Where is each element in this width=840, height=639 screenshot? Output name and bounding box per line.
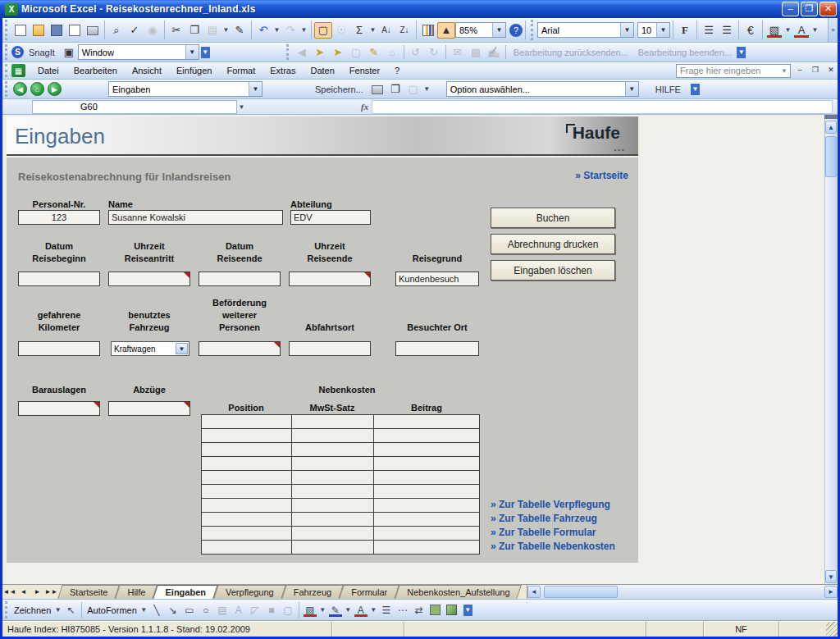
- rectangle-icon[interactable]: ▭: [181, 603, 198, 618]
- undo-dropdown-icon[interactable]: ▼: [272, 22, 281, 39]
- clipart-icon[interactable]: ■: [263, 603, 280, 618]
- nebenkosten-cell[interactable]: [374, 541, 479, 554]
- nebenkosten-cell[interactable]: [202, 527, 292, 540]
- uhrzeit-reiseende-input[interactable]: [289, 272, 371, 286]
- snagit-options-icon[interactable]: ▼: [201, 47, 210, 58]
- reisegrund-input[interactable]: Kundenbesuch: [395, 272, 479, 286]
- nebenkosten-cell[interactable]: [292, 541, 374, 554]
- nebenkosten-cell[interactable]: [374, 443, 479, 456]
- hscroll-left-icon[interactable]: ◄: [527, 586, 541, 598]
- sheet-tab-verpflegung[interactable]: Verpflegung: [216, 585, 284, 599]
- font-color-icon[interactable]: A: [792, 22, 810, 39]
- cut-icon[interactable]: ✂: [167, 22, 185, 39]
- sheet-tab-hilfe[interactable]: Hilfe: [117, 585, 155, 599]
- toolbar-options-icon[interactable]: »: [828, 18, 838, 42]
- euro-style-icon[interactable]: €: [742, 22, 760, 39]
- drawing-toggle-icon[interactable]: ▲: [437, 22, 455, 39]
- nebenkosten-cell[interactable]: [202, 457, 292, 470]
- web-home-icon[interactable]: ⌂: [383, 44, 401, 61]
- copy-icon[interactable]: ❐: [185, 22, 203, 39]
- nav-back-icon[interactable]: ◀: [13, 82, 27, 96]
- menu-datei[interactable]: Datei: [30, 64, 66, 77]
- nebenkosten-cell[interactable]: [292, 527, 374, 540]
- diagram-icon[interactable]: ◸: [247, 603, 263, 618]
- befoerderung-input[interactable]: [199, 341, 281, 356]
- scroll-split-handle[interactable]: [824, 115, 838, 119]
- undo-icon[interactable]: ↶: [254, 22, 272, 39]
- web-mail-icon[interactable]: ✉: [449, 44, 467, 61]
- font-size-dropdown-icon[interactable]: ▼: [656, 23, 669, 37]
- nebenkosten-cell[interactable]: [374, 513, 479, 526]
- maximize-button[interactable]: ❐: [801, 2, 818, 16]
- font-size-combo[interactable]: 10 ▼: [637, 22, 670, 38]
- select-objects-icon[interactable]: ↖: [62, 603, 79, 618]
- menu-einfgen[interactable]: Einfügen: [169, 64, 219, 77]
- question-dropdown-icon[interactable]: ▼: [778, 65, 790, 77]
- zoom-dropdown-icon[interactable]: ▼: [492, 23, 505, 37]
- nebenkosten-cell[interactable]: [374, 527, 479, 540]
- uhrzeit-reiseantritt-input[interactable]: [108, 272, 190, 286]
- new-icon[interactable]: [11, 22, 30, 39]
- hyperlink-icon[interactable]: ☉: [332, 22, 350, 39]
- nebenkosten-cell[interactable]: [202, 541, 292, 554]
- zoom-combo[interactable]: 85% ▼: [455, 22, 506, 38]
- nebenkosten-cell[interactable]: [374, 485, 479, 498]
- menu-fenster[interactable]: Fenster: [342, 64, 387, 77]
- minimize-button[interactable]: –: [782, 2, 799, 16]
- zeichnen-button[interactable]: Zeichnen: [11, 605, 53, 615]
- sheet-tab-fahrzeug[interactable]: Fahrzeug: [284, 585, 341, 599]
- horizontal-scroll-thumb[interactable]: [544, 586, 618, 598]
- arrow-style-icon[interactable]: ⇄: [411, 603, 427, 618]
- print-preview-icon[interactable]: ⌕: [107, 22, 126, 39]
- name-box[interactable]: G60: [32, 100, 237, 114]
- option-selector-combo[interactable]: Option auswählen... ▼: [446, 81, 639, 97]
- nebenkosten-cell[interactable]: [374, 457, 479, 470]
- abrechnung-drucken-button[interactable]: Abrechnung drucken: [491, 234, 615, 254]
- arrow-icon[interactable]: ↘: [165, 603, 181, 618]
- nebenkosten-cell[interactable]: [292, 471, 374, 484]
- tab-prev-icon[interactable]: ◄: [16, 585, 30, 599]
- nebenkosten-cell[interactable]: [374, 429, 479, 442]
- align-center-icon[interactable]: ☰: [718, 22, 736, 39]
- shadow-style-icon[interactable]: [427, 603, 444, 618]
- workbook-close-icon[interactable]: ✕: [824, 65, 838, 76]
- tab-last-icon[interactable]: ►►: [44, 585, 58, 599]
- permission-icon[interactable]: [66, 22, 84, 39]
- fahrzeug-select[interactable]: Kraftwagen ▼: [111, 341, 189, 356]
- menu-?[interactable]: ?: [387, 64, 407, 77]
- formula-input[interactable]: [372, 100, 833, 114]
- nebenkosten-cell[interactable]: [292, 457, 374, 470]
- toolbar-extra-dropdown-icon[interactable]: ▼: [422, 81, 431, 98]
- scroll-up-icon[interactable]: ▲: [825, 121, 837, 134]
- nebenkosten-cell[interactable]: [292, 443, 374, 456]
- font-dropdown-icon[interactable]: ▼: [620, 23, 633, 37]
- menu-daten[interactable]: Daten: [303, 64, 341, 77]
- font-color2-icon[interactable]: A: [353, 603, 369, 618]
- paste-dropdown-icon[interactable]: ▼: [221, 22, 231, 39]
- help-icon[interactable]: ?: [509, 24, 523, 37]
- datum-reiseende-input[interactable]: [199, 272, 281, 286]
- chart-wizard-icon[interactable]: [419, 22, 437, 39]
- sort-descending-icon[interactable]: Z↓: [395, 22, 413, 39]
- option-selector-dropdown-icon[interactable]: ▼: [625, 82, 638, 96]
- tab-next-icon[interactable]: ►: [30, 585, 44, 599]
- web-refresh-icon[interactable]: ✎: [365, 44, 383, 61]
- resize-grip[interactable]: [826, 622, 838, 637]
- save-icon[interactable]: [48, 22, 66, 39]
- spelling-icon[interactable]: ✓: [126, 22, 144, 39]
- send-back-review-button[interactable]: Bearbeitung zurücksenden...: [509, 48, 633, 57]
- nebenkosten-cell[interactable]: [292, 429, 374, 442]
- menu-bearbeiten[interactable]: Bearbeiten: [66, 64, 125, 77]
- web-edit-icon[interactable]: ✍: [485, 44, 503, 61]
- nebenkosten-cell[interactable]: [374, 415, 479, 428]
- hscroll-right-icon[interactable]: ►: [824, 586, 838, 598]
- nav-home-icon[interactable]: ⌂: [30, 82, 44, 96]
- insert-function-icon[interactable]: fx: [361, 102, 368, 112]
- nebenkosten-cell[interactable]: [202, 499, 292, 512]
- nebenkosten-cell[interactable]: [292, 485, 374, 498]
- besuchter-ort-input[interactable]: [395, 341, 479, 356]
- buchen-button[interactable]: Buchen: [491, 208, 615, 228]
- web-send-icon[interactable]: ➤: [329, 44, 347, 61]
- ink-annotations-icon[interactable]: ▢: [314, 22, 332, 39]
- toolbar-extra-icon[interactable]: ▢: [404, 81, 422, 98]
